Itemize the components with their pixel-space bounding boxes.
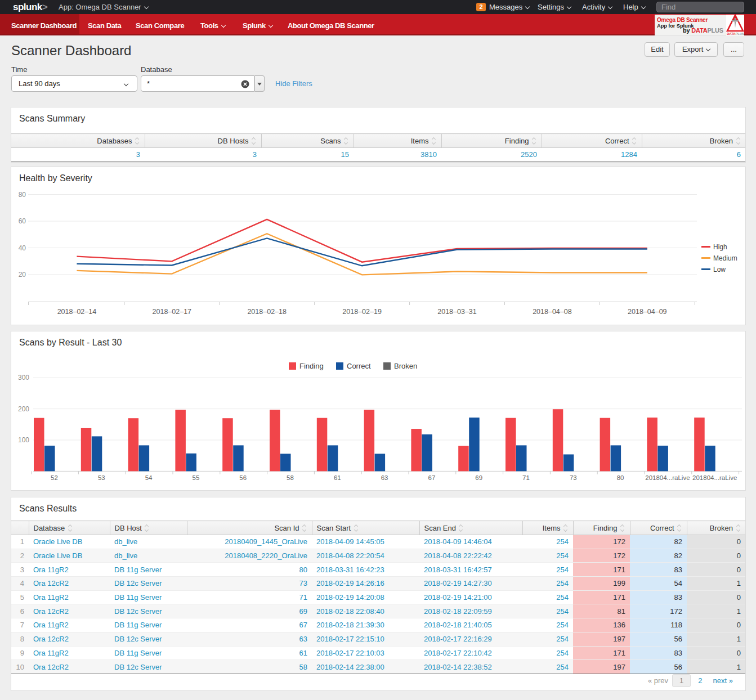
svg-text:67: 67	[428, 474, 436, 481]
svg-text:20: 20	[19, 271, 26, 279]
svg-text:80: 80	[617, 474, 624, 481]
svg-text:56: 56	[239, 474, 247, 481]
svg-text:69: 69	[475, 474, 482, 481]
svg-text:High: High	[713, 243, 727, 251]
svg-text:54: 54	[145, 474, 153, 481]
svg-text:Correct: Correct	[347, 362, 371, 370]
svg-text:61: 61	[334, 474, 341, 481]
svg-text:2018–02–17: 2018–02–17	[153, 308, 192, 316]
svg-text:2018–04–08: 2018–04–08	[533, 308, 572, 316]
svg-text:Low: Low	[713, 266, 726, 273]
svg-text:2018–02–19: 2018–02–19	[342, 308, 382, 316]
svg-text:52: 52	[51, 474, 58, 481]
svg-text:Finding: Finding	[299, 362, 324, 370]
svg-text:200: 200	[18, 405, 29, 413]
svg-text:60: 60	[19, 217, 26, 225]
svg-text:Medium: Medium	[713, 254, 737, 262]
svg-text:2018–04–09: 2018–04–09	[628, 308, 667, 316]
svg-text:63: 63	[381, 474, 388, 481]
svg-text:40: 40	[19, 244, 26, 252]
svg-text:80: 80	[19, 191, 26, 199]
svg-text:58: 58	[287, 474, 294, 481]
svg-text:2018–02–18: 2018–02–18	[247, 308, 287, 316]
svg-text:2018–02–14: 2018–02–14	[57, 308, 97, 316]
svg-text:201804...raLive: 201804...raLive	[692, 474, 737, 481]
svg-text:73: 73	[570, 474, 577, 481]
svg-text:300: 300	[18, 374, 29, 382]
svg-text:55: 55	[193, 474, 200, 481]
svg-text:DATAPLUS: DATAPLUS	[727, 32, 744, 35]
svg-text:100: 100	[18, 436, 29, 444]
svg-text:53: 53	[98, 474, 105, 481]
svg-text:2018–03–31: 2018–03–31	[437, 308, 477, 316]
svg-text:Broken: Broken	[394, 362, 417, 370]
svg-text:201804...raLive: 201804...raLive	[645, 474, 690, 481]
svg-text:71: 71	[522, 474, 530, 481]
